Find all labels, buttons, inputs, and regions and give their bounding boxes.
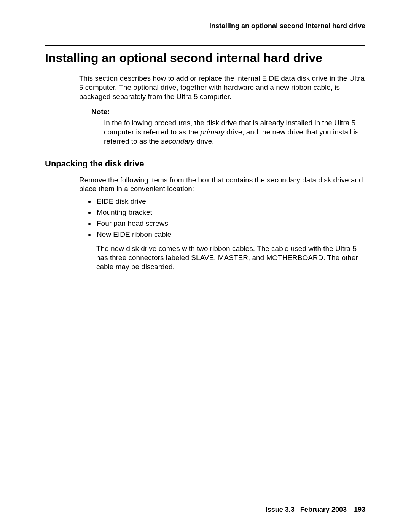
horizontal-rule <box>45 45 365 46</box>
list-item: Four pan head screws <box>95 219 365 228</box>
body-content: This section describes how to add or rep… <box>45 74 365 271</box>
intro-paragraph: This section describes how to add or rep… <box>79 74 365 101</box>
page-title: Installing an optional second internal h… <box>45 51 322 65</box>
cable-note: The new disk drive comes with two ribbon… <box>96 244 365 271</box>
page-footer: Issue 3.3 February 2003 193 <box>266 506 365 514</box>
note-italic-primary: primary <box>200 128 224 136</box>
note-text-3: drive. <box>194 137 214 145</box>
running-head: Installing an optional second internal h… <box>209 22 365 30</box>
page-number: 193 <box>354 506 365 513</box>
unpacking-list: EIDE disk drive Mounting bracket Four pa… <box>45 197 365 239</box>
note-body: In the following procedures, the disk dr… <box>104 118 362 145</box>
list-item: New EIDE ribbon cable <box>95 230 365 239</box>
section-heading-unpacking: Unpacking the disk drive <box>45 159 365 169</box>
unpacking-intro: Remove the following items from the box … <box>79 176 365 194</box>
footer-date: February 2003 <box>296 506 347 513</box>
list-item: Mounting bracket <box>95 208 365 217</box>
list-item: EIDE disk drive <box>95 197 365 206</box>
note-italic-secondary: secondary <box>161 137 194 145</box>
note-label: Note: <box>91 108 365 116</box>
document-page: Installing an optional second internal h… <box>0 0 411 532</box>
footer-issue: Issue 3.3 <box>266 506 295 513</box>
